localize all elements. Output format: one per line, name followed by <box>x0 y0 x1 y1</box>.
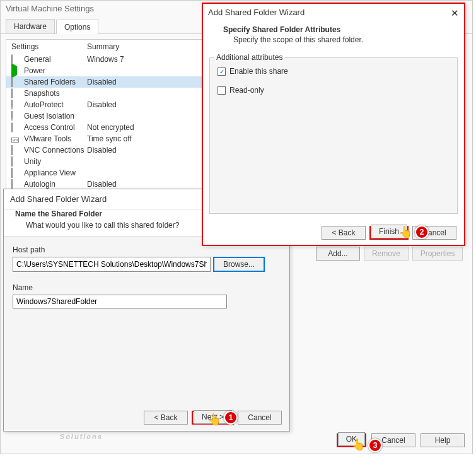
label: General <box>24 55 51 64</box>
add-button[interactable]: Add... <box>316 247 360 261</box>
label: Appliance View <box>24 168 76 177</box>
enable-checkbox[interactable]: ✓ <box>218 68 226 76</box>
play-icon <box>11 66 21 75</box>
lock-icon <box>11 123 21 132</box>
label: Snapshots <box>24 89 60 98</box>
wizard-title: Add Shared Folder Wizard <box>208 8 305 19</box>
help-button[interactable]: Help <box>421 433 465 447</box>
label: Access Control <box>24 123 75 132</box>
shield-icon <box>11 100 21 109</box>
properties-button: Properties <box>412 247 463 261</box>
unity-icon <box>11 157 21 166</box>
annotation-badge-3: 3 <box>368 438 382 452</box>
readonly-label: Read-only <box>229 86 264 95</box>
close-icon[interactable]: ✕ <box>451 8 459 19</box>
tab-hardware[interactable]: Hardware <box>6 19 55 33</box>
wizard-heading: Specify Shared Folder Attributes <box>203 23 464 35</box>
attributes-wizard: Add Shared Folder Wizard ✕ Specify Share… <box>202 3 465 246</box>
browse-button[interactable]: Browse... <box>213 257 265 272</box>
label: Unity <box>24 157 41 166</box>
appliance-icon <box>11 168 21 177</box>
hostpath-label: Host path <box>13 245 281 254</box>
wizard-subtitle: Specify the scope of this shared folder. <box>203 35 464 50</box>
label: Shared Folders <box>24 78 76 86</box>
isolation-icon <box>11 112 21 120</box>
annotation-badge-1: 1 <box>224 411 238 425</box>
monitor-icon <box>11 55 21 64</box>
camera-icon <box>11 89 21 98</box>
additional-attributes-group: Additional attributes ✓ Enable this shar… <box>209 53 458 214</box>
cancel-button[interactable]: Cancel <box>238 411 282 425</box>
label: Power <box>24 66 45 75</box>
readonly-checkbox[interactable] <box>218 86 226 95</box>
label: AutoProtect <box>24 100 64 109</box>
hostpath-input[interactable] <box>13 257 211 272</box>
vmware-icon: vm <box>11 134 21 143</box>
tab-options[interactable]: Options <box>56 20 98 34</box>
group-legend: Additional attributes <box>214 53 285 62</box>
remove-button: Remove <box>364 247 409 261</box>
ok-button[interactable]: OK <box>338 432 365 446</box>
name-input[interactable] <box>13 295 227 308</box>
vnc-icon <box>11 146 21 155</box>
back-button[interactable]: < Back <box>322 226 366 240</box>
col-settings: Settings <box>11 42 87 51</box>
enable-label: Enable this share <box>229 67 288 76</box>
label: VMware Tools <box>24 134 71 143</box>
label: Guest Isolation <box>24 112 74 120</box>
label: Autologin <box>24 180 55 189</box>
name-label: Name <box>13 283 281 292</box>
label: VNC Connections <box>24 146 84 155</box>
folder-icon <box>11 78 21 86</box>
finish-button[interactable]: Finish <box>371 225 407 238</box>
autologin-icon <box>11 180 21 189</box>
annotation-badge-2: 2 <box>415 225 429 239</box>
back-button[interactable]: < Back <box>144 411 188 425</box>
